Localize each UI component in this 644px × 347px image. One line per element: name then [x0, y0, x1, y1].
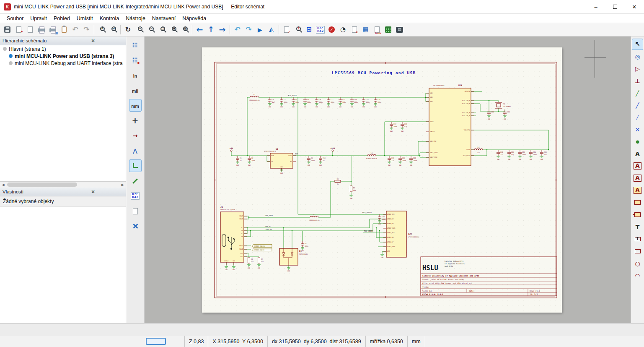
minimize-button[interactable]: – [586, 0, 605, 13]
zoom-to-fit-button[interactable]: □ [156, 24, 168, 35]
close-button[interactable]: ✕ [625, 0, 644, 13]
navigate-back-button[interactable]: ← [194, 24, 205, 35]
show-hidden-pins-button[interactable]: → [129, 129, 142, 142]
hierarchical-label-button[interactable]: A [632, 185, 643, 196]
place-text-button[interactable]: T [632, 221, 643, 232]
zoom-to-objects-button[interactable]: ▣ [168, 24, 179, 35]
zoom-in-button[interactable]: + [134, 24, 145, 35]
ohmmeter-button[interactable]: ◔ [337, 24, 349, 35]
leave-sheet-button[interactable]: ↶ [232, 24, 243, 35]
draw-arc-button[interactable]: ◠ [632, 270, 643, 281]
symbol-fields-table-button[interactable]: ▦ [360, 24, 371, 35]
symbol-checker-button[interactable]: ✓ [326, 24, 337, 35]
bus-entry-button[interactable]: ╱ [632, 112, 643, 123]
navigate-up-button[interactable]: ↑ [205, 24, 217, 35]
zoom-to-selection-button[interactable]: ▦ [179, 24, 190, 35]
units-inches-button[interactable]: in [129, 69, 142, 81]
units-mils-button[interactable]: mil [129, 84, 142, 97]
net-label-button[interactable]: A [632, 148, 643, 159]
grid-overrides-button[interactable]: ▪ [129, 54, 142, 66]
hierarchy-navigator-button[interactable]: ◭ [266, 24, 277, 35]
refresh-button[interactable]: ↻ [122, 24, 134, 35]
menu-soubor[interactable]: Soubor [3, 15, 27, 22]
svg-text:C2: C2 [251, 157, 253, 159]
highlight-net-button[interactable]: ◎ [632, 51, 643, 62]
hierarchical-sheet-button[interactable] [632, 197, 643, 208]
menu-nápověda[interactable]: Nápověda [179, 15, 209, 22]
junction-button[interactable]: ● [632, 136, 643, 147]
find-replace-button[interactable]: ab [107, 24, 119, 35]
global-label-button[interactable]: A [632, 172, 643, 184]
undo-button[interactable]: ↶ [70, 24, 81, 35]
schematic-drawing[interactable]: LPC55569 MCU Powering and USBGNDC34u7GND… [202, 47, 562, 313]
free-angle-wire-mode-button[interactable] [129, 175, 142, 187]
units-mm-button[interactable]: mm [129, 99, 142, 112]
annotate-button[interactable]: R?? R42 [315, 24, 326, 35]
selection-filter-indicator[interactable] [146, 338, 166, 345]
navigate-forward-button[interactable]: → [217, 24, 228, 35]
sheet-pin-button[interactable]: ◂ [632, 209, 643, 220]
erc-button[interactable]: ✓ [281, 24, 292, 35]
svg-text:LPC55S69JBD64: LPC55S69JBD64 [408, 236, 419, 238]
properties-tool-button[interactable] [129, 220, 142, 232]
enter-sheet-button[interactable]: ↷ [243, 24, 254, 35]
crosshair-cursor-button[interactable]: + [129, 114, 142, 127]
scripting-console-button[interactable]: ▤ [394, 24, 405, 35]
place-power-port-button[interactable]: ⊥ [632, 75, 643, 86]
svg-text:GND: GND [248, 267, 250, 269]
open-pcb-editor-button[interactable] [383, 24, 394, 35]
select-tool-button[interactable]: ↖ [632, 39, 643, 50]
properties-close-icon[interactable]: ✕ [63, 189, 123, 195]
menu-nastavení[interactable]: Nastavení [149, 15, 179, 22]
properties-empty-message: Žádné vybrané objekty [0, 196, 126, 207]
draw-bus-button[interactable]: ╱ [632, 99, 643, 111]
page-settings-button[interactable] [24, 24, 36, 35]
schematic-canvas[interactable]: LPC55569 MCU Powering and USBGNDC34u7GND… [145, 37, 631, 323]
hv-wire-mode-button[interactable] [129, 159, 142, 172]
erc-matrix-button[interactable]: ⊞ [303, 24, 315, 35]
next-sheet-button[interactable]: ▶ [254, 24, 266, 35]
scroll-right-icon[interactable]: ▶ [119, 182, 126, 188]
redo-button[interactable]: ↷ [81, 24, 92, 35]
maximize-button[interactable] [605, 0, 625, 13]
text-box-button[interactable]: T [632, 233, 643, 245]
hierarchy-item[interactable]: Hlavní (strana 1) [0, 45, 126, 52]
svg-text:C28: C28 [544, 151, 547, 153]
netclass-directive-button[interactable]: A [632, 160, 643, 172]
show-hidden-fields-button[interactable] [129, 205, 142, 217]
menu-kontrola[interactable]: Kontrola [96, 15, 123, 22]
hierarchy-hscrollbar[interactable]: ◀ ▶ [0, 181, 126, 188]
draw-rectangle-button[interactable] [632, 245, 643, 257]
print-button[interactable] [36, 24, 47, 35]
save-button[interactable] [2, 24, 13, 35]
menu-umístit[interactable]: Umístit [73, 15, 96, 22]
zoom-out-button[interactable]: − [145, 24, 156, 35]
place-symbol-button[interactable]: ▷ [632, 63, 643, 74]
schematic-setup-button[interactable]: * [13, 24, 24, 35]
simulator-button[interactable]: ≈ [349, 24, 360, 35]
menu-upravit[interactable]: Upravit [27, 15, 50, 22]
grid-visibility-button[interactable] [129, 39, 142, 51]
svg-text:MI0603L601R-10: MI0603L601R-10 [249, 99, 259, 101]
save-icon [4, 26, 10, 33]
scrollbar-thumb[interactable] [7, 183, 77, 187]
menu-nástroje[interactable]: Nástroje [122, 15, 149, 22]
menu-pohled[interactable]: Pohled [50, 15, 73, 22]
bom-button[interactable]: bom [371, 24, 383, 35]
svg-text:Lucerne University: Lucerne University [445, 260, 464, 262]
hierarchy-item[interactable]: mini MCU-LINK Power and USB (strana 3) [0, 52, 126, 60]
scroll-left-icon[interactable]: ◀ [0, 182, 6, 188]
show-directive-labels-button[interactable]: ⋀ [129, 144, 142, 157]
hierarchy-item[interactable]: mini MCU-LINK Debug and UART interface (… [0, 60, 126, 67]
page-bullet-icon [9, 61, 13, 65]
find-button[interactable]: A [96, 24, 107, 35]
paste-button[interactable] [58, 24, 70, 35]
draw-wire-button[interactable]: ╱ [632, 87, 643, 99]
net-inspector-button[interactable]: ! [292, 24, 303, 35]
schematic-sheet[interactable]: LPC55569 MCU Powering and USBGNDC34u7GND… [202, 47, 562, 313]
no-connect-flag-button[interactable]: ✕ [632, 124, 643, 135]
annotate-automatically-button[interactable]: R?? R42 [129, 190, 142, 202]
hierarchy-close-icon[interactable]: ✕ [63, 38, 123, 44]
plot-button[interactable]: ▦ [47, 24, 58, 35]
draw-circle-button[interactable]: ○ [632, 258, 643, 269]
